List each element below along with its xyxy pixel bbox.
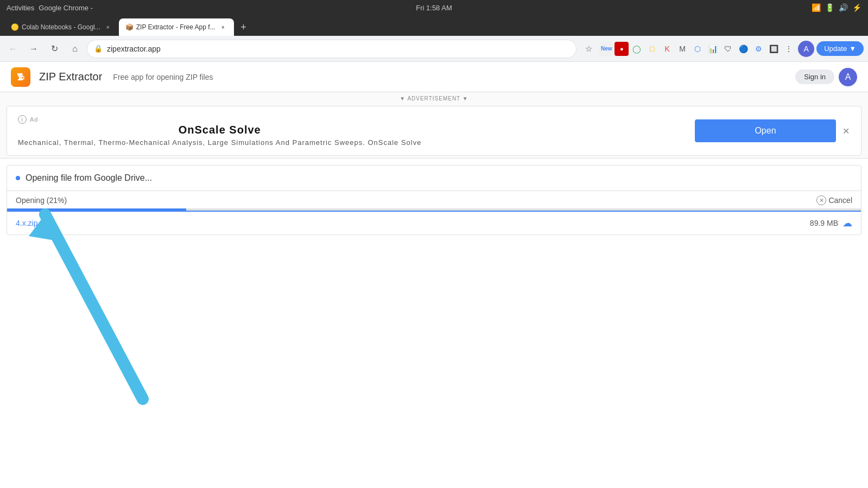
ext-icon-10[interactable]: 🔵 <box>736 42 750 56</box>
reload-button[interactable]: ↻ <box>46 40 63 58</box>
file-size: 89.9 MB <box>810 219 838 227</box>
ad-banner: ▼ ADVERTISEMENT ▼ i Ad OnScale Solve Mec… <box>0 92 868 159</box>
tab-zip-close[interactable]: × <box>219 23 227 31</box>
tab-colab-favicon: 🟡 <box>11 23 18 31</box>
ext-icon-13[interactable]: ⋮ <box>782 42 796 56</box>
site-logo: 🗜 <box>11 67 30 87</box>
progress-row: Opening (21%) ✕ Cancel <box>7 191 861 205</box>
ext-icon-8[interactable]: 📊 <box>706 42 720 56</box>
site-header-right: Sign in A <box>795 68 857 86</box>
back-button[interactable]: ← <box>4 40 22 58</box>
power-icon: ⚡ <box>852 3 861 12</box>
tab-zip-favicon: 📦 <box>125 23 133 31</box>
ad-info-icon[interactable]: i <box>18 115 27 124</box>
progress-label: Opening (21%) <box>16 196 67 205</box>
site-header: 🗜 ZIP Extractor Free app for opening ZIP… <box>0 62 868 92</box>
tab-colab[interactable]: 🟡 Colab Notebooks - Googl... × <box>4 18 119 36</box>
signin-button[interactable]: Sign in <box>795 69 834 84</box>
cancel-label: Cancel <box>828 196 852 205</box>
ad-label: ▼ ADVERTISEMENT ▼ <box>0 93 868 104</box>
bookmark-button[interactable]: ☆ <box>580 40 597 58</box>
ext-icon-9[interactable]: 🛡 <box>721 42 735 56</box>
os-topbar: Activities Google Chrome - Fri 1:58 AM 📶… <box>0 0 868 15</box>
new-tab-button[interactable]: + <box>236 20 251 35</box>
ad-left: i Ad OnScale Solve Mechanical, Thermal, … <box>18 115 421 147</box>
activities-label[interactable]: Activities <box>7 4 34 12</box>
ad-meta: i Ad <box>18 115 421 124</box>
cancel-button[interactable]: ✕ Cancel <box>816 195 852 205</box>
address-bar[interactable]: 🔒 zipextractor.app <box>87 40 576 58</box>
bluetooth-icon: 🔋 <box>825 3 834 12</box>
os-datetime: Fri 1:58 AM <box>416 4 452 12</box>
status-row: Opening file from Google Drive... <box>7 166 861 191</box>
tab-colab-close[interactable]: × <box>104 23 112 31</box>
url-text: zipextractor.app <box>107 45 569 53</box>
site-logo-text: 🗜 <box>17 73 24 81</box>
ad-close-button[interactable]: ✕ <box>842 126 850 136</box>
network-icon: 📶 <box>812 3 821 12</box>
main-area: Opening file from Google Drive... Openin… <box>7 165 861 235</box>
ext-icon-4[interactable]: □ <box>645 42 659 56</box>
status-dot <box>16 176 20 180</box>
ext-icon-12[interactable]: 🔲 <box>766 42 781 56</box>
ext-icon-2[interactable]: ● <box>614 42 629 56</box>
volume-icon: 🔊 <box>839 3 848 12</box>
extension-icons: New ● ◯ □ K M ⬡ 📊 🛡 🔵 ⚙ 🔲 ⋮ <box>599 42 796 56</box>
svg-line-0 <box>45 214 143 399</box>
tab-colab-title: Colab Notebooks - Googl... <box>22 23 100 31</box>
header-avatar[interactable]: A <box>839 68 857 86</box>
ext-new[interactable]: New <box>599 42 613 56</box>
site-subtitle: Free app for opening ZIP files <box>113 73 213 81</box>
profile-avatar[interactable]: A <box>798 41 814 57</box>
update-chevron: ▼ <box>849 45 856 53</box>
chrome-tabbar: 🟡 Colab Notebooks - Googl... × 📦 ZIP Ext… <box>0 15 868 36</box>
ad-meta-label: Ad <box>30 116 38 123</box>
upload-icon: ☁ <box>842 217 852 229</box>
forward-button[interactable]: → <box>25 40 42 58</box>
ad-content: i Ad OnScale Solve Mechanical, Thermal, … <box>7 106 861 156</box>
ext-icon-6[interactable]: M <box>675 42 689 56</box>
page-content: 🗜 ZIP Extractor Free app for opening ZIP… <box>0 62 868 235</box>
ext-icon-11[interactable]: ⚙ <box>751 42 765 56</box>
chrome-toolbar: ← → ↻ ⌂ 🔒 zipextractor.app ☆ New ● ◯ □ K… <box>0 36 868 62</box>
file-name: 4.x.zip <box>16 219 37 227</box>
file-row: 4.x.zip 89.9 MB ☁ <box>7 211 861 235</box>
site-title: ZIP Extractor <box>39 71 102 83</box>
ext-icon-3[interactable]: ◯ <box>630 42 644 56</box>
chrome-label: Google Chrome - <box>39 4 93 12</box>
lock-icon: 🔒 <box>94 45 103 53</box>
ad-title: OnScale Solve <box>18 124 421 136</box>
cancel-x-icon: ✕ <box>816 195 826 205</box>
status-text: Opening file from Google Drive... <box>26 173 152 183</box>
ad-open-button[interactable]: Open <box>695 119 836 142</box>
ad-subtitle: Mechanical, Thermal, Thermo-Mechanical A… <box>18 138 421 147</box>
ext-icon-7[interactable]: ⬡ <box>690 42 705 56</box>
update-button[interactable]: Update ▼ <box>816 41 864 56</box>
tab-zip[interactable]: 📦 ZIP Extractor - Free App f... × <box>119 18 234 36</box>
ext-icon-5[interactable]: K <box>660 42 674 56</box>
toolbar-right: ☆ New ● ◯ □ K M ⬡ 📊 🛡 🔵 ⚙ 🔲 ⋮ A Update ▼ <box>580 40 864 58</box>
home-button[interactable]: ⌂ <box>66 40 84 58</box>
file-meta: 89.9 MB ☁ <box>810 217 852 229</box>
tab-zip-title: ZIP Extractor - Free App f... <box>136 23 216 31</box>
